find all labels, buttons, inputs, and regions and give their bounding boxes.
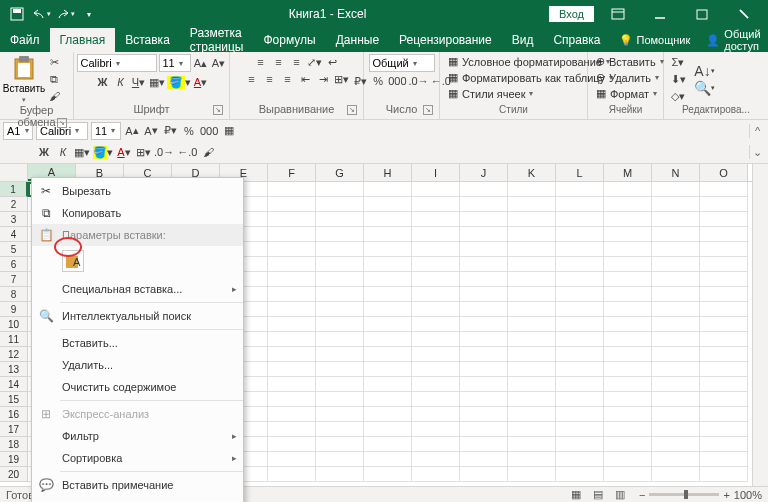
- cell[interactable]: [412, 287, 460, 302]
- cell[interactable]: [316, 227, 364, 242]
- cell[interactable]: [268, 407, 316, 422]
- cell[interactable]: [412, 347, 460, 362]
- insert-cells-button[interactable]: ⊕Вставить▾: [594, 54, 666, 69]
- autosum-icon[interactable]: Σ▾: [670, 54, 686, 70]
- row-header[interactable]: 2: [0, 197, 28, 212]
- row-header[interactable]: 1: [0, 182, 28, 197]
- number-format-combo[interactable]: Общий▾: [369, 54, 435, 72]
- cell[interactable]: [652, 197, 700, 212]
- ctx-sort[interactable]: Сортировка▸: [32, 447, 243, 469]
- cell[interactable]: [268, 287, 316, 302]
- mini-bold-button[interactable]: Ж: [36, 144, 52, 160]
- cell[interactable]: [316, 377, 364, 392]
- mini-decimal-dec-icon[interactable]: ←.0: [177, 144, 197, 160]
- cell[interactable]: [604, 227, 652, 242]
- cell[interactable]: [604, 287, 652, 302]
- cell[interactable]: [652, 362, 700, 377]
- cell[interactable]: [412, 212, 460, 227]
- tab-data[interactable]: Данные: [326, 28, 389, 52]
- cell[interactable]: [604, 302, 652, 317]
- cell[interactable]: [412, 257, 460, 272]
- cell[interactable]: [268, 212, 316, 227]
- cell[interactable]: [700, 392, 748, 407]
- dialog-launcher-icon[interactable]: ↘: [423, 105, 433, 115]
- cell[interactable]: [652, 212, 700, 227]
- cell[interactable]: [412, 452, 460, 467]
- cell[interactable]: [700, 227, 748, 242]
- vertical-scrollbar[interactable]: [752, 164, 768, 486]
- qat-customize-icon[interactable]: ▾: [78, 3, 100, 25]
- cell[interactable]: [652, 317, 700, 332]
- cell[interactable]: [412, 377, 460, 392]
- mini-decimal-inc-icon[interactable]: .0→: [154, 144, 174, 160]
- cell[interactable]: [364, 287, 412, 302]
- cell[interactable]: [700, 317, 748, 332]
- cell[interactable]: [460, 317, 508, 332]
- cell[interactable]: [508, 302, 556, 317]
- zoom-slider[interactable]: [649, 493, 719, 496]
- comma-icon[interactable]: 000: [388, 73, 406, 89]
- column-header[interactable]: H: [364, 164, 412, 181]
- share-button[interactable]: 👤Общий доступ: [698, 28, 768, 52]
- cell[interactable]: [508, 362, 556, 377]
- select-all-corner[interactable]: [0, 164, 28, 181]
- cell[interactable]: [316, 437, 364, 452]
- cell[interactable]: [652, 332, 700, 347]
- cell[interactable]: [268, 467, 316, 482]
- cell[interactable]: [412, 182, 460, 197]
- cell[interactable]: [652, 182, 700, 197]
- zoom-in-icon[interactable]: +: [723, 489, 729, 501]
- cell[interactable]: [700, 362, 748, 377]
- percent-icon[interactable]: %: [370, 73, 386, 89]
- cell[interactable]: [700, 452, 748, 467]
- align-top-icon[interactable]: ≡: [253, 54, 269, 70]
- cell[interactable]: [364, 182, 412, 197]
- cell[interactable]: [316, 422, 364, 437]
- cell[interactable]: [268, 452, 316, 467]
- cell[interactable]: [508, 377, 556, 392]
- cell[interactable]: [364, 242, 412, 257]
- cell[interactable]: [364, 347, 412, 362]
- cell[interactable]: [604, 362, 652, 377]
- cell[interactable]: [700, 257, 748, 272]
- mini-borders2-icon[interactable]: ⊞▾: [135, 144, 151, 160]
- cell[interactable]: [508, 347, 556, 362]
- mini-size-combo[interactable]: 11▾: [91, 122, 121, 140]
- cell[interactable]: [508, 317, 556, 332]
- paste-keep-source-icon[interactable]: A: [62, 250, 84, 272]
- cell[interactable]: [604, 332, 652, 347]
- cell[interactable]: [268, 242, 316, 257]
- cell[interactable]: [556, 182, 604, 197]
- cell[interactable]: [268, 272, 316, 287]
- ctx-format-cells[interactable]: ⊞Формат ячеек...: [32, 496, 243, 502]
- mini-fill-icon[interactable]: 🪣▾: [93, 144, 113, 160]
- column-header[interactable]: J: [460, 164, 508, 181]
- tab-layout[interactable]: Разметка страницы: [180, 28, 254, 52]
- borders-icon[interactable]: ▦▾: [149, 74, 165, 90]
- mini-currency-icon[interactable]: ₽▾: [162, 123, 178, 139]
- wrap-text-icon[interactable]: ↩: [325, 54, 341, 70]
- cell[interactable]: [652, 407, 700, 422]
- mini-shrink-icon[interactable]: A▾: [143, 123, 159, 139]
- mini-grow-icon[interactable]: A▴: [124, 123, 140, 139]
- cell[interactable]: [556, 257, 604, 272]
- cell[interactable]: [652, 287, 700, 302]
- cell-styles-button[interactable]: ▦Стили ячеек▾: [446, 86, 535, 101]
- italic-button[interactable]: К: [113, 74, 129, 90]
- mini-fontcolor-icon[interactable]: A▾: [116, 144, 132, 160]
- cell[interactable]: [316, 392, 364, 407]
- cell[interactable]: [508, 242, 556, 257]
- cell[interactable]: [652, 302, 700, 317]
- mini-border-icon[interactable]: ▦▾: [74, 144, 90, 160]
- cell[interactable]: [700, 437, 748, 452]
- align-bottom-icon[interactable]: ≡: [289, 54, 305, 70]
- cell[interactable]: [700, 197, 748, 212]
- row-header[interactable]: 6: [0, 257, 28, 272]
- cell[interactable]: [268, 422, 316, 437]
- column-header[interactable]: M: [604, 164, 652, 181]
- cell[interactable]: [652, 347, 700, 362]
- cell[interactable]: [556, 437, 604, 452]
- normal-view-icon[interactable]: ▦: [566, 488, 586, 502]
- mini-comma-icon[interactable]: 000: [200, 123, 218, 139]
- cell[interactable]: [364, 272, 412, 287]
